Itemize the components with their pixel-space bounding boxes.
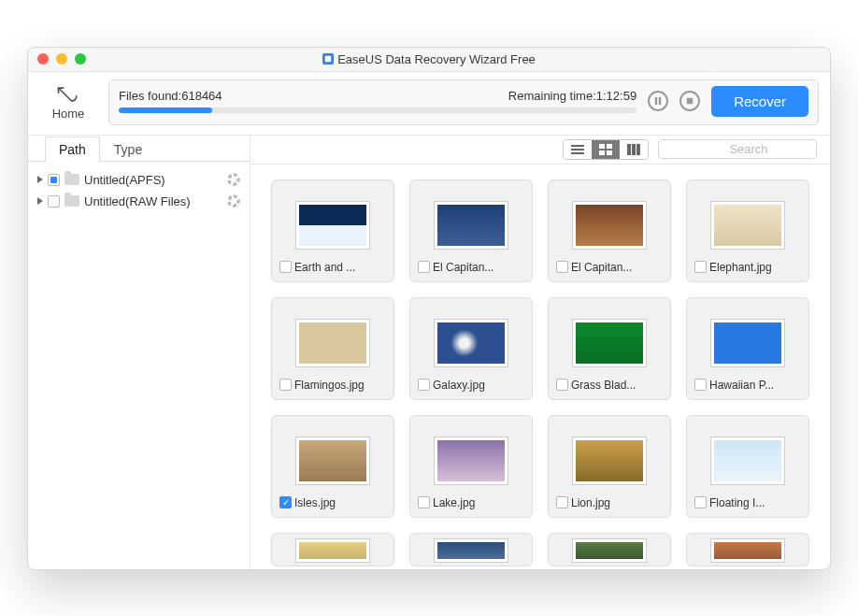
home-button[interactable]: Home bbox=[45, 84, 92, 121]
thumbnail-wrap bbox=[694, 190, 801, 261]
file-checkbox[interactable] bbox=[418, 261, 430, 273]
file-card[interactable]: El Capitan... bbox=[409, 179, 533, 282]
thumbnail bbox=[711, 320, 784, 366]
thumbnail bbox=[296, 437, 369, 484]
file-card[interactable]: Lion.jpg bbox=[548, 415, 671, 518]
file-card[interactable]: Hawaiian P... bbox=[686, 297, 809, 400]
window-title: EaseUS Data Recovery Wizard Free bbox=[28, 52, 830, 66]
file-name: El Capitan... bbox=[571, 261, 632, 274]
file-card-footer: El Capitan... bbox=[556, 261, 663, 274]
recover-button[interactable]: Recover bbox=[711, 86, 808, 117]
minimize-window-button[interactable] bbox=[56, 53, 67, 64]
file-card[interactable]: Grass Blad... bbox=[548, 297, 671, 400]
thumbnail bbox=[573, 539, 646, 562]
stop-button[interactable] bbox=[679, 91, 700, 111]
file-name: Galaxy.jpg bbox=[433, 379, 485, 392]
scan-info: Files found:618464 Remaining time:1:12:5… bbox=[119, 89, 636, 113]
view-columns-button[interactable] bbox=[620, 140, 648, 159]
search-input[interactable] bbox=[670, 142, 827, 156]
tab-path[interactable]: Path bbox=[45, 136, 100, 162]
chevron-right-icon[interactable] bbox=[37, 197, 43, 205]
file-name: Lion.jpg bbox=[571, 496, 610, 509]
app-icon bbox=[322, 53, 334, 64]
file-checkbox[interactable] bbox=[556, 379, 568, 391]
home-label: Home bbox=[52, 107, 85, 121]
columns-icon bbox=[627, 144, 640, 155]
file-checkbox[interactable] bbox=[556, 261, 568, 273]
file-name: Earth and ... bbox=[294, 261, 355, 274]
checkbox[interactable] bbox=[48, 195, 60, 208]
thumbnail-wrap bbox=[556, 190, 663, 261]
thumbnail bbox=[296, 320, 369, 366]
thumbnail-wrap bbox=[279, 425, 386, 496]
thumbnail bbox=[711, 539, 784, 562]
file-checkbox[interactable] bbox=[279, 261, 292, 273]
file-card[interactable] bbox=[409, 533, 533, 566]
svg-rect-0 bbox=[325, 56, 331, 62]
checkbox[interactable] bbox=[48, 174, 60, 186]
view-grid-button[interactable] bbox=[592, 140, 620, 159]
thumbnail bbox=[296, 539, 369, 562]
file-card[interactable]: Galaxy.jpg bbox=[409, 297, 533, 400]
thumbnail bbox=[435, 437, 508, 484]
svg-rect-10 bbox=[636, 144, 640, 155]
file-card[interactable]: El Capitan... bbox=[548, 179, 671, 282]
file-card-footer: Grass Blad... bbox=[556, 379, 663, 392]
svg-rect-9 bbox=[632, 144, 636, 155]
tab-type[interactable]: Type bbox=[100, 136, 156, 162]
thumbnail-wrap bbox=[556, 539, 663, 562]
file-checkbox[interactable] bbox=[279, 379, 292, 391]
view-list-button[interactable] bbox=[564, 140, 592, 159]
file-checkbox[interactable] bbox=[418, 496, 430, 509]
file-checkbox[interactable] bbox=[556, 496, 568, 509]
tree-item-apfs[interactable]: Untitled(APFS) bbox=[36, 169, 242, 191]
thumbnail bbox=[711, 202, 784, 249]
thumbnail bbox=[435, 320, 508, 366]
thumbnail bbox=[711, 437, 784, 484]
file-checkbox[interactable] bbox=[694, 261, 707, 273]
file-card[interactable] bbox=[548, 533, 671, 566]
file-grid[interactable]: Earth and ...El Capitan...El Capitan...E… bbox=[250, 165, 830, 569]
file-checkbox[interactable] bbox=[694, 496, 707, 509]
file-card-footer: Elephant.jpg bbox=[694, 261, 801, 274]
thumbnail bbox=[573, 320, 646, 366]
file-name: Lake.jpg bbox=[433, 496, 475, 509]
window-title-text: EaseUS Data Recovery Wizard Free bbox=[337, 52, 536, 66]
tree-item-raw[interactable]: Untitled(RAW Files) bbox=[36, 191, 242, 212]
thumbnail-wrap bbox=[694, 308, 801, 379]
svg-rect-2 bbox=[659, 97, 661, 105]
thumbnail-wrap bbox=[279, 539, 386, 562]
zoom-window-button[interactable] bbox=[75, 53, 86, 64]
thumbnail-wrap bbox=[418, 539, 524, 562]
file-card[interactable] bbox=[686, 533, 809, 566]
svg-rect-5 bbox=[607, 144, 612, 149]
file-checkbox[interactable] bbox=[279, 496, 292, 509]
back-arrow-icon bbox=[55, 84, 81, 105]
close-window-button[interactable] bbox=[37, 53, 49, 64]
svg-rect-3 bbox=[687, 98, 693, 104]
file-card-footer: Lake.jpg bbox=[418, 496, 524, 509]
file-card-footer: Floating I... bbox=[694, 496, 801, 509]
file-card-footer: Earth and ... bbox=[279, 261, 386, 274]
body: Path Type Untitled(APFS) Untitled(RAW Fi… bbox=[28, 136, 830, 569]
search-box[interactable] bbox=[658, 139, 817, 159]
file-card[interactable]: Isles.jpg bbox=[271, 415, 394, 518]
file-tree: Untitled(APFS) Untitled(RAW Files) bbox=[28, 162, 250, 220]
files-found: Files found:618464 bbox=[119, 89, 222, 103]
pause-button[interactable] bbox=[648, 91, 668, 111]
toolbar: Home Files found:618464 Remaining time:1… bbox=[28, 72, 830, 136]
file-card[interactable] bbox=[271, 533, 394, 566]
file-card[interactable]: Elephant.jpg bbox=[686, 179, 809, 282]
file-checkbox[interactable] bbox=[418, 379, 430, 391]
thumbnail-wrap bbox=[418, 308, 524, 379]
thumbnail-wrap bbox=[694, 425, 801, 496]
file-card[interactable]: Flamingos.jpg bbox=[271, 297, 394, 400]
file-card[interactable]: Floating I... bbox=[686, 415, 809, 518]
file-card[interactable]: Earth and ... bbox=[271, 179, 394, 282]
file-card[interactable]: Lake.jpg bbox=[409, 415, 533, 518]
chevron-right-icon[interactable] bbox=[37, 176, 43, 183]
svg-rect-8 bbox=[627, 144, 631, 155]
thumbnail bbox=[573, 437, 646, 484]
file-checkbox[interactable] bbox=[694, 379, 707, 391]
sidebar-tabs: Path Type bbox=[28, 136, 250, 161]
